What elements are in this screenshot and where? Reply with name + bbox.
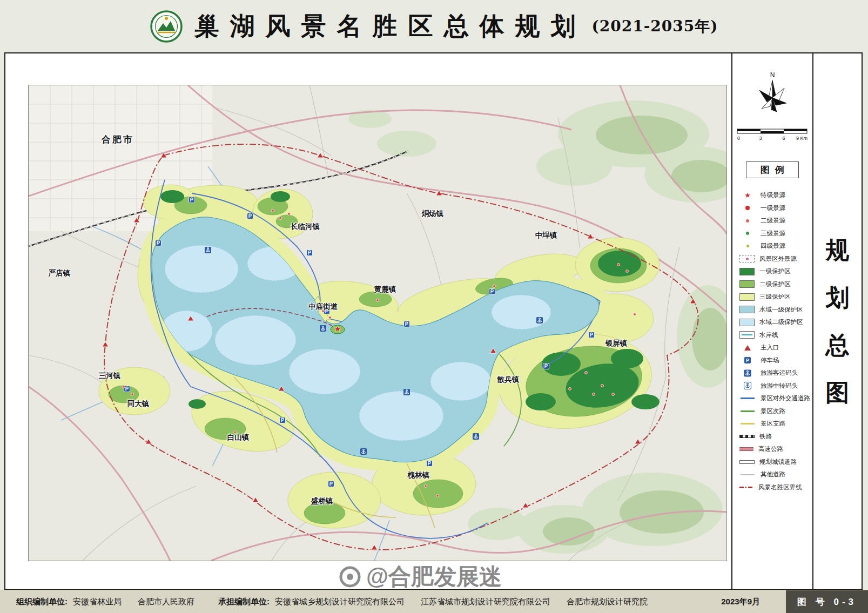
scenic-boundary-swatch (739, 487, 753, 488)
protection-zone1-swatch (739, 268, 755, 275)
scale-label-0: 0 (737, 136, 740, 141)
legend-item: 高速公路 (739, 443, 812, 456)
expressway-swatch (739, 447, 753, 451)
compass-rose: N (750, 72, 795, 126)
legend-item: 旅游中转码头 (739, 380, 812, 393)
secondary-road-swatch (739, 407, 756, 415)
sheet-title-char: 划 (826, 286, 850, 309)
page-title: 巢湖风景名胜区总体规划 (194, 10, 587, 43)
header: 巢湖风景名胜区总体规划 (2021-2035年) (0, 0, 868, 52)
grade1-resource-icon (739, 204, 756, 212)
legend-item: 特级景源 (739, 189, 812, 202)
footer-org-value: 安徽省林业局 合肥市人民政府 (73, 597, 194, 607)
footer-date: 2023年9月 (721, 597, 760, 607)
legend-item: 主入口 (739, 341, 812, 354)
shoreline-swatch (739, 331, 755, 339)
grade4-resource-icon (739, 242, 756, 250)
sheet-number-badge: 图 号 0-3 (786, 590, 868, 613)
legend-item: 三级保护区 (739, 291, 812, 304)
scale-label-3: 3 (759, 136, 762, 141)
scale-bar: 0 3 6 9 Km (737, 127, 808, 143)
outside-resource-icon (739, 255, 755, 262)
special-grade-resource-icon (739, 192, 756, 199)
water-zone1-swatch (739, 306, 755, 313)
legend-title: 图例 (746, 161, 799, 178)
protection-zone3-swatch (739, 293, 755, 301)
railway-swatch (739, 435, 755, 438)
legend-item: 风景区外景源 (739, 253, 812, 266)
legend-item: 旅游客运码头 (739, 367, 812, 380)
legend-item: 二级景源 (739, 214, 812, 227)
external-road-swatch (739, 395, 756, 402)
compass-north-label: N (770, 72, 775, 79)
grade3-resource-icon (739, 230, 756, 237)
legend-item: 水域二级保护区 (739, 316, 812, 329)
watermark-text: @合肥发展迷 (366, 562, 502, 592)
sheet-frame: 合肥市 严店镇 长临河镇 烔炀镇 中垾镇 黄麓镇 中庙街道 三河镇 同大镇 白山… (4, 52, 863, 590)
legend-item: 其他道路 (739, 468, 812, 481)
parking-icon (739, 356, 756, 364)
legend-item: 水岸线 (739, 329, 812, 342)
legend-panel: N 0 3 6 9 Km (731, 53, 812, 589)
passenger-dock-icon (739, 369, 756, 377)
sheet-title-column: 规 划 总 图 (812, 53, 862, 589)
legend-item: 一级保护区 (739, 265, 812, 278)
legend-item: 二级保护区 (739, 278, 812, 291)
legend-item: 停车场 (739, 354, 812, 367)
map-canvas: 合肥市 严店镇 长临河镇 烔炀镇 中垾镇 黄麓镇 中庙街道 三河镇 同大镇 白山… (28, 85, 727, 561)
water-zone2-swatch (739, 319, 755, 326)
page-subtitle: (2021-2035年) (592, 16, 718, 37)
legend-item: 四级景源 (739, 240, 812, 253)
sheet-title-char: 总 (826, 333, 850, 357)
watermark: @合肥发展迷 (339, 562, 502, 592)
legend-item: 规划城镇道路 (739, 456, 812, 469)
legend-list: 特级景源 一级景源 二级景源 三级景源 四级景源 风景区外景源 一级保护区 二级… (732, 189, 812, 494)
planning-map (29, 85, 726, 561)
sheet-title-char: 图 (826, 381, 850, 405)
grade2-resource-icon (739, 217, 756, 225)
scale-label-6: 6 (782, 136, 785, 141)
footer-undertake-label: 承担编制单位: (218, 597, 270, 607)
legend-item: 景区次路 (739, 405, 812, 418)
other-road-swatch (739, 471, 756, 479)
legend-item: 风景名胜区界线 (739, 481, 812, 494)
sheet-title-char: 规 (826, 238, 850, 262)
transfer-dock-icon (739, 382, 756, 389)
scale-label-9km: 9 Km (796, 136, 808, 141)
footer-org-label: 组织编制单位: (16, 597, 68, 607)
legend-item: 景区支路 (739, 417, 812, 430)
footer-undertake-value: 安徽省城乡规划设计研究院有限公司 江苏省城市规划设计研究院有限公司 合肥市规划设… (275, 597, 648, 607)
protection-zone2-swatch (739, 280, 755, 288)
watermark-camera-icon (339, 566, 361, 588)
footer-bar: 组织编制单位: 安徽省林业局 合肥市人民政府 承担编制单位: 安徽省城乡规划设计… (0, 590, 868, 613)
main-entrance-icon (739, 344, 756, 352)
scenic-area-logo (150, 10, 183, 43)
legend-item: 一级景源 (739, 202, 812, 215)
legend-item: 三级景源 (739, 227, 812, 240)
legend-item: 铁路 (739, 430, 812, 443)
planned-urban-road-swatch (739, 460, 755, 464)
branch-road-swatch (739, 420, 756, 428)
legend-item: 水域一级保护区 (739, 304, 812, 316)
legend-item: 景区对外交通道路 (739, 392, 812, 405)
